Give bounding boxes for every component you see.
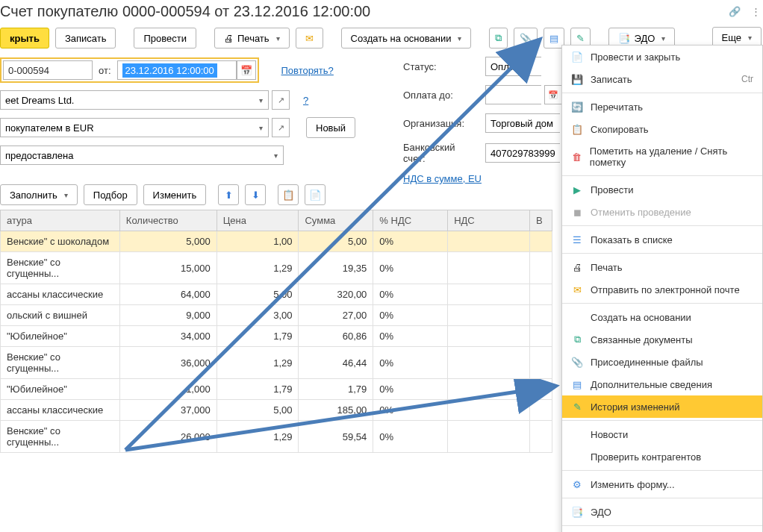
bank-input[interactable] [485,143,560,163]
nds-link[interactable]: НДС в сумме, EU [403,173,482,184]
calendar-button[interactable]: 📅 [237,60,256,80]
history-icon: ✎ [571,401,583,413]
arrow-down-icon: ⬇ [252,190,260,201]
more-menu: 📄Провести и закрыть 💾ЗаписатьCtr 🔄Перечи… [561,45,763,532]
email-button[interactable]: ✉ [296,28,323,48]
table-row[interactable]: Венские" со сгущенны...15,0001,2919,350% [1,252,552,284]
goods-table: атура Количество Цена Сумма % НДС НДС В … [0,210,552,453]
edo-icon: 📑 [618,33,630,44]
close-button[interactable]: крыть [0,28,49,48]
unpost-icon: ◼ [571,206,583,218]
date-input[interactable]: 23.12.2016 12:00:00 [117,60,237,80]
fill-button[interactable]: Заполнить [0,184,78,205]
discount-input[interactable] [0,145,269,165]
post-close-icon: 📄 [571,51,583,63]
list-icon: ☰ [571,234,583,245]
select-button[interactable]: Подбор [84,184,137,205]
post-button[interactable]: Провести [134,28,196,48]
menu-help[interactable]: ?Справка [562,528,762,532]
change-button[interactable]: Изменить [143,184,207,205]
col-nomenclature[interactable]: атура [1,210,120,231]
kebab-icon[interactable]: ⋮ [748,4,763,19]
contract-input[interactable] [0,118,254,137]
history-icon: ✎ [576,33,585,44]
menu-additional[interactable]: ▤Дополнительные сведения [562,373,762,395]
printer-icon: 🖨 [224,33,234,44]
menu-history[interactable]: ✎История изменений [562,395,762,418]
menu-print[interactable]: 🖨Печать [562,256,762,278]
menu-post-close[interactable]: 📄Провести и закрыть [562,46,762,68]
payment-input[interactable] [485,85,541,104]
paste-button[interactable]: 📄 [305,184,326,205]
copy-icon: 📋 [282,190,295,201]
arrow-up-icon: ⬆ [225,190,233,201]
menu-create-based[interactable]: Создать на основании [562,306,762,328]
counterparty-dropdown[interactable]: ▾ [254,90,269,110]
table-row[interactable]: Венские" со сгущенны...36,0001,2946,440% [1,347,552,379]
col-qty[interactable]: Количество [119,210,217,231]
table-row[interactable]: ассаны классические37,0005,00185,000% [1,400,552,421]
counterparty-help[interactable]: ? [303,95,308,106]
menu-post[interactable]: ▶Провести [562,178,762,201]
col-total[interactable]: В [529,210,552,231]
table-row[interactable]: Венские" с шоколадом5,0001,005,000% [1,231,552,252]
related-icon: ⧉ [571,334,583,345]
paste-icon: 📄 [309,190,322,201]
structure-button[interactable]: ⧉ [489,28,508,48]
link-icon[interactable]: 🔗 [727,4,742,19]
menu-attached[interactable]: 📎Присоединенные файлы [562,351,762,373]
counterparty-input[interactable] [0,90,254,110]
col-sum[interactable]: Сумма [299,210,373,231]
status-label: Статус: [403,61,478,72]
envelope-icon: ✉ [305,33,314,44]
payment-cal[interactable]: 📅 [544,85,562,104]
counterparty-open[interactable]: ↗ [272,90,290,110]
paperclip-icon: 📎 [571,356,583,368]
menu-reread[interactable]: 🔄Перечитать [562,96,762,118]
table-row[interactable]: Венские" со сгущенны...26,0001,2959,540% [1,421,552,453]
table-row[interactable]: ассаны классические64,0005,00320,000% [1,284,552,305]
move-down-button[interactable]: ⬇ [245,184,266,205]
from-label: от: [99,65,111,76]
menu-news[interactable]: Новости [562,423,762,445]
edo-icon: 📑 [571,506,583,518]
menu-email[interactable]: ✉Отправить по электронной почте [562,278,762,301]
menu-check[interactable]: Проверить контрагентов [562,445,762,468]
copy-button[interactable]: 📋 [278,184,299,205]
status-input[interactable] [485,57,541,76]
table-row[interactable]: "Юбилейное"1,0001,791,790% [1,379,552,400]
new-contract-button[interactable]: Новый [306,117,355,138]
create-based-button[interactable]: Создать на основании [341,28,472,48]
col-vat-pct[interactable]: % НДС [373,210,448,231]
printer-icon: 🖨 [571,261,583,273]
post-icon: ▶ [571,184,583,195]
table-row[interactable]: "Юбилейное"34,0001,7960,860% [1,326,552,347]
table-row[interactable]: ольский с вишней9,0003,0027,000% [1,305,552,326]
contract-dropdown[interactable]: ▾ [254,118,269,137]
menu-form[interactable]: ⚙Изменить форму... [562,473,762,495]
form-icon: ⚙ [571,478,583,490]
col-price[interactable]: Цена [217,210,299,231]
menu-save[interactable]: 💾ЗаписатьCtr [562,68,762,90]
contract-open[interactable]: ↗ [272,118,290,137]
save-button[interactable]: Записать [55,28,116,48]
structure-icon: ⧉ [495,32,502,44]
col-vat[interactable]: НДС [448,210,530,231]
save-icon: 💾 [571,73,583,85]
menu-show-list[interactable]: ☰Показать в списке [562,228,762,251]
print-button[interactable]: 🖨Печать [214,28,290,48]
menu-edo[interactable]: 📑ЭДО [562,501,762,523]
discount-dropdown[interactable]: ▾ [269,145,284,165]
menu-copy[interactable]: 📋Скопировать [562,118,762,140]
number-input[interactable]: 0-000594 [3,60,93,80]
payment-label: Оплата до: [403,90,478,101]
attach-button[interactable]: 📎 [514,28,538,48]
bank-label: Банковский счет: [403,142,478,164]
org-input[interactable] [485,113,560,133]
copy-icon: 📋 [571,123,583,135]
menu-mark-delete[interactable]: 🗑Пометить на удаление / Снять пометку [562,140,762,173]
move-up-button[interactable]: ⬆ [218,184,239,205]
repeat-link[interactable]: Повторять? [281,65,334,76]
menu-related[interactable]: ⧉Связанные документы [562,328,762,351]
menu-unpost[interactable]: ◼Отменить проведение [562,201,762,223]
